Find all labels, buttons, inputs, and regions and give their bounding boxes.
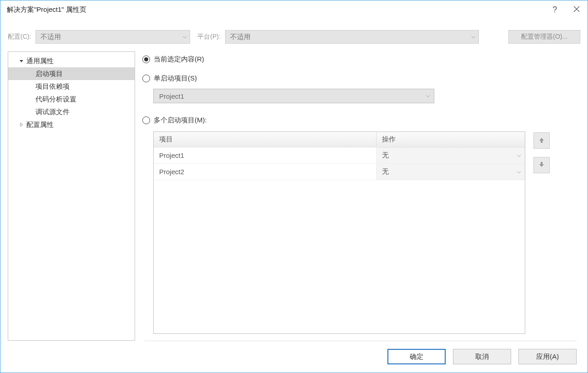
dialog-footer: 确定 取消 应用(A) <box>0 341 588 373</box>
platform-label: 平台(P): <box>197 33 221 41</box>
radio-icon <box>142 75 150 82</box>
column-header-action[interactable]: 操作 <box>377 132 525 147</box>
arrow-up-icon <box>538 137 545 145</box>
single-startup-combo: Project1 <box>153 89 434 103</box>
radio-multiple-startup[interactable]: 多个启动项目(M): <box>142 113 580 127</box>
configuration-combo: 不适用 <box>35 30 190 44</box>
tree-node-project-dependencies[interactable]: 项目依赖项 <box>8 80 135 93</box>
tree-node-debug-source[interactable]: 调试源文件 <box>8 106 135 118</box>
radio-icon <box>142 55 150 63</box>
chevron-down-icon <box>426 92 430 100</box>
tree-node-config-properties[interactable]: 配置属性 <box>8 118 135 131</box>
apply-button[interactable]: 应用(A) <box>518 349 577 364</box>
ok-button[interactable]: 确定 <box>387 349 446 364</box>
arrow-down-icon <box>538 161 545 169</box>
chevron-down-icon <box>517 151 521 159</box>
dialog-title: 解决方案"Project1" 属性页 <box>7 5 544 14</box>
configuration-label: 配置(C): <box>8 33 31 41</box>
multi-startup-grid[interactable]: 项目 操作 Project1 无 Project2 <box>153 131 525 334</box>
chevron-down-icon <box>471 33 476 41</box>
expander-open-icon[interactable] <box>18 59 25 63</box>
cell-action-combo[interactable]: 无 <box>377 164 525 180</box>
table-row[interactable]: Project1 无 <box>154 147 525 164</box>
chevron-down-icon <box>517 168 521 176</box>
platform-combo: 不适用 <box>225 30 479 44</box>
close-button[interactable] <box>566 0 588 19</box>
radio-single-startup[interactable]: 单启动项目(S) <box>142 71 580 85</box>
tree-node-common-properties[interactable]: 通用属性 <box>8 55 135 67</box>
properties-tree[interactable]: 通用属性 启动项目 项目依赖项 代码分析设置 调试源文件 配置属性 <box>8 51 135 341</box>
configuration-row: 配置(C): 不适用 平台(P): 不适用 配置管理器(O)... <box>0 27 588 47</box>
tree-node-startup-project[interactable]: 启动项目 <box>8 67 135 80</box>
configuration-value: 不适用 <box>40 33 61 41</box>
cell-project: Project2 <box>154 164 377 180</box>
move-down-button[interactable] <box>533 157 550 173</box>
column-header-project[interactable]: 项目 <box>154 132 377 147</box>
startup-project-panel: 当前选定内容(R) 单启动项目(S) Project1 多个启动项目(M): <box>142 51 580 341</box>
cell-action-combo[interactable]: 无 <box>377 147 525 163</box>
radio-current-selection[interactable]: 当前选定内容(R) <box>142 52 580 66</box>
cell-project: Project1 <box>154 147 377 163</box>
help-button[interactable]: ? <box>544 0 566 19</box>
table-row[interactable]: Project2 无 <box>154 164 525 180</box>
radio-icon <box>142 116 150 124</box>
move-up-button[interactable] <box>533 132 550 149</box>
grid-header: 项目 操作 <box>154 132 525 147</box>
configuration-manager-button: 配置管理器(O)... <box>508 30 580 44</box>
solution-properties-dialog: 解决方案"Project1" 属性页 ? 配置(C): 不适用 平台(P): 不… <box>0 0 588 373</box>
cancel-button[interactable]: 取消 <box>453 349 511 364</box>
close-icon <box>573 6 580 14</box>
platform-value: 不适用 <box>230 33 251 41</box>
chevron-down-icon <box>182 33 187 41</box>
tree-node-code-analysis[interactable]: 代码分析设置 <box>8 93 135 106</box>
titlebar: 解决方案"Project1" 属性页 ? <box>0 0 588 19</box>
expander-closed-icon[interactable] <box>18 122 25 127</box>
